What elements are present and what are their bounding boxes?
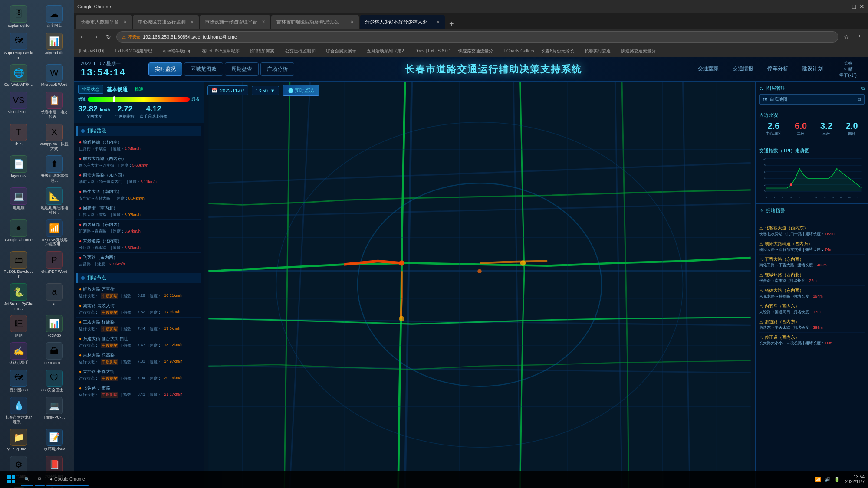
bookmark-6[interactable]: 综合会展次展示... <box>324 47 362 55</box>
close-button[interactable]: ✕ <box>859 3 865 10</box>
right-nav-2[interactable]: 停车分析 <box>762 62 793 76</box>
start-button[interactable] <box>3 472 19 487</box>
forward-button[interactable]: → <box>90 32 101 42</box>
icon-img-sqldev: 🗃 <box>10 251 27 269</box>
desktop-icon-diandian[interactable]: 💻 电电脑 <box>2 186 36 217</box>
desktop-icon-microsoft[interactable]: W Microsoft Word <box>37 62 71 89</box>
back-button[interactable]: ← <box>77 32 88 42</box>
desktop-icon-tplink[interactable]: 📶 TP-LINK无线客户端应用... <box>37 218 71 249</box>
desktop-icon-ccbuild[interactable]: 📋 长春市建…地方代表… <box>37 90 71 121</box>
nav-tab-1[interactable]: 区域范图数 <box>184 62 223 76</box>
svg-text:14: 14 <box>823 196 826 199</box>
date-picker[interactable]: 📅 2022-11-07 <box>207 85 248 95</box>
bookmark-2[interactable]: ajax蜗牛版php... <box>161 47 197 55</box>
bookmark-7[interactable]: 五月活动系列（第2... <box>365 47 409 55</box>
region-value-3: 2.0 <box>846 121 858 131</box>
desktop-icon-sqldev[interactable]: 🗃 PLSQL Developer <box>2 249 36 281</box>
desktop-icon-sqlite[interactable]: 🗄 ccplan.sqlite <box>2 3 36 30</box>
desktop-icon-recognize[interactable]: ✍ 认认小登手 <box>2 341 36 367</box>
bookmark-star[interactable]: ☆ <box>841 32 852 42</box>
slow-road-1: ● 湖南路 装装大街 运行状态：中度拥堵 | 指数：7.52 | 速度：17.9… <box>76 301 201 318</box>
desktop-icon-xampp[interactable]: X xampp-co…快捷方式 <box>37 122 71 153</box>
copy-icon[interactable]: ⧉ <box>861 86 865 91</box>
tab-close-tab2[interactable]: ✕ <box>190 20 194 24</box>
desktop-icon-baidu[interactable]: ☁ 百度网盘 <box>37 3 71 30</box>
bookmark-8[interactable]: Docs | Ext JS 6.0.1 <box>413 48 453 54</box>
right-nav-1[interactable]: 交通情报 <box>727 62 759 76</box>
nav-tab-0[interactable]: 实时监况 <box>148 62 182 76</box>
congestion-item-7: ⚠ 停正道（西内东） 长大路太小小一→改公路 | 拥堵长度：16m <box>759 333 865 348</box>
desktop-icon-shuienv[interactable]: 📝 水环境.docx <box>37 427 71 453</box>
browser-tab-tab4[interactable]: 吉林省肿瘤医院就诊帮您怎么办…✕ <box>271 15 359 29</box>
bookmark-13[interactable]: 快速路交通流量分... <box>619 47 661 55</box>
tpi-chart-svg: 02468100246810121416182022 <box>759 157 865 200</box>
desktop-icon-pdfword[interactable]: P 金山PDF Word <box>37 249 71 281</box>
tab-close-tab3[interactable]: ✕ <box>262 20 265 24</box>
nav-tab-3[interactable]: 广场分析 <box>260 62 294 76</box>
wangwang-icon: 旺 <box>14 318 23 330</box>
road-name-6: ● 东景道路（北内南） <box>79 238 198 244</box>
tab-close-tab1[interactable]: ✕ <box>123 20 127 24</box>
bookmark-0[interactable]: [ExtjsV6.0(D]... <box>77 48 110 54</box>
bookmark-12[interactable]: 长春实时交通... <box>583 47 616 55</box>
new-tab-button[interactable]: + <box>446 20 457 29</box>
bookmark-11[interactable]: 长春6月份无论长... <box>539 47 579 55</box>
desktop-icon-webwf[interactable]: 🌐 Get WebWF框… <box>2 62 36 89</box>
tab-close-tab4[interactable]: ✕ <box>350 20 354 24</box>
menu-button[interactable]: ⋮ <box>854 32 865 42</box>
maximize-button[interactable]: □ <box>852 3 856 10</box>
road-detail-7: 吉昌路 | 速度：5.71km/h <box>79 262 198 267</box>
realtime-button[interactable]: ⬤ 实时监况 <box>283 85 319 96</box>
road-name-1: ● 解放大路路（西内东） <box>79 156 198 162</box>
road-name-7: ● 飞西路（东内西） <box>79 255 198 261</box>
desktop-icon-thinkpc[interactable]: 💻 Think-PC-… <box>37 395 71 426</box>
congestion-road-2: ● 西安大路路（东内西） 学前大路→20长展南内门 | 速度：6.11km/h <box>76 170 201 187</box>
taskbar-clock: 13:54 2022/11/7 <box>845 475 865 484</box>
browser-tab-tab2[interactable]: 中心城区交通运行监测✕ <box>133 15 199 29</box>
desktop-icon-think[interactable]: T Think <box>2 122 36 153</box>
desktop-icon-aaa[interactable]: a a <box>37 282 71 313</box>
svg-rect-58 <box>12 480 15 483</box>
right-nav-3[interactable]: 建设计划 <box>797 62 828 76</box>
bookmark-3[interactable]: 在Ext JS 5应用程序... <box>200 47 245 55</box>
browser-tab-tab3[interactable]: 市政设施一张图管理平台✕ <box>200 15 270 29</box>
bookmark-10[interactable]: ECharts Gallery <box>502 48 536 54</box>
desktop-icon-supermap[interactable]: 🗺 SuperMap Desktop… <box>2 31 36 62</box>
refresh-button[interactable]: ↻ <box>103 32 114 42</box>
bookmark-4[interactable]: [知识]如何实... <box>249 47 280 55</box>
browser-tab-tab1[interactable]: 长春市大数据平台✕ <box>76 15 132 29</box>
address-bar[interactable]: ⚠ 不安全 192.168.253.31:8085/its/cc_fcd/hom… <box>116 31 838 43</box>
icon-img-safe360: 🛡 <box>46 370 63 387</box>
tab-close-tab5[interactable]: ✕ <box>436 20 440 24</box>
time-picker[interactable]: 13:50 ▼ <box>252 86 279 95</box>
desktop-icon-vscode[interactable]: VS Visual Stu… <box>2 90 36 121</box>
desktop-icon-xcdy[interactable]: 📊 xcdy.db <box>37 313 71 340</box>
bookmark-9[interactable]: 快速路交通流量分... <box>457 47 498 55</box>
desktop-icon-safe360[interactable]: 🛡 360安全卫士… <box>37 368 71 394</box>
desktop-icon-ytzg[interactable]: 📁 yt_z_g_tuc… <box>2 427 36 453</box>
desktop-icon-geoanalysis[interactable]: 📐 地地矩阵经纬地对分... <box>37 186 71 217</box>
bookmark-5[interactable]: 公交运行监测和... <box>283 47 321 55</box>
right-nav-0[interactable]: 交通室家 <box>693 62 724 76</box>
desktop-icon-ccbigwater[interactable]: 💧 长春市大污水处理系… <box>2 395 36 426</box>
desktop-icon-upgrade[interactable]: ⬆ 升级新增版本信息... <box>37 154 71 185</box>
svg-text:8: 8 <box>764 164 766 167</box>
taskbar-taskview[interactable]: ⧉ <box>35 472 45 486</box>
minimize-button[interactable]: ─ <box>845 3 849 10</box>
xampp-icon: X <box>51 127 57 137</box>
browser-tab-tab5[interactable]: 分少林大少好不好分少林大少…✕ <box>360 15 445 29</box>
desktop-icon-baidumap[interactable]: 🗺 百分图360 <box>2 368 36 394</box>
desktop-icon-jetbrains[interactable]: 🐍 JetBrains PyCharm… <box>2 282 36 313</box>
nav-tab-2[interactable]: 周期盘查 <box>225 62 259 76</box>
desktop-icon-dem[interactable]: 🏔 dem.auxi… <box>37 341 71 367</box>
bookmark-1[interactable]: ExtJs6.2.0核建管理... <box>113 47 158 55</box>
taskbar-chrome[interactable]: ● Google Chrome <box>46 472 89 486</box>
desktop-icon-layercsv[interactable]: 📄 layer.csv <box>2 154 36 185</box>
desktop-icon-jdypad[interactable]: 📊 JdyPad.db <box>37 31 71 62</box>
baidu-icon: ☁ <box>50 9 59 19</box>
taskbar-search[interactable]: 🔍 <box>21 472 33 486</box>
white-map-btn[interactable]: 🗺 白底地图 ⧉ <box>759 94 865 105</box>
desktop-icon-chrome[interactable]: ● Google Chrome <box>2 218 36 249</box>
map-area[interactable]: 📅 2022-11-07 13:50 ▼ ⬤ 实时监况 <box>204 82 755 488</box>
desktop-icon-wangwang[interactable]: 旺 网网 <box>2 313 36 340</box>
